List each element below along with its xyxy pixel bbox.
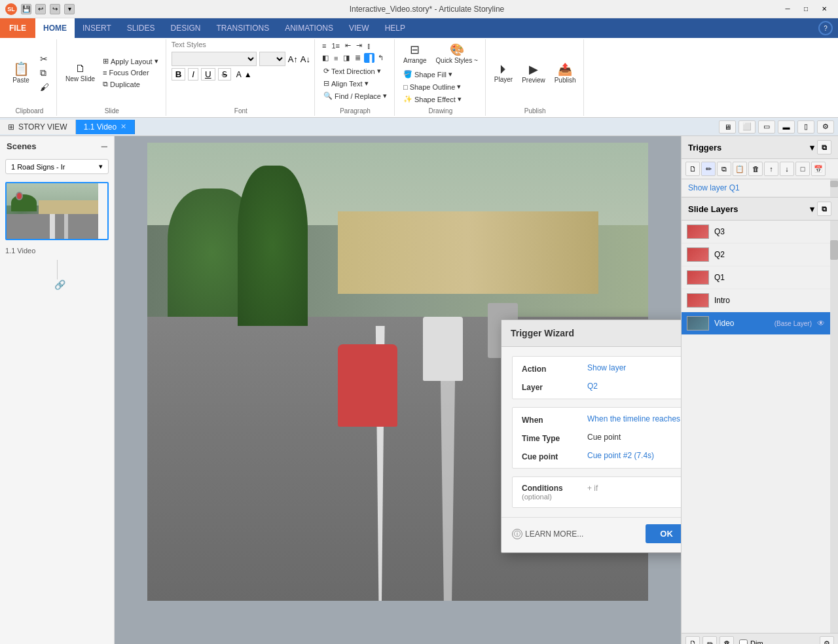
edit-layer-button[interactable]: ✏ — [702, 636, 717, 644]
new-slide-button[interactable]: 🗋 New Slide — [62, 62, 98, 84]
edit-trigger-button[interactable]: ✏ — [701, 162, 716, 176]
dim-checkbox[interactable] — [739, 639, 748, 645]
bold-button[interactable]: B — [172, 68, 186, 80]
tab-design[interactable]: DESIGN — [162, 18, 208, 38]
maximize-button[interactable]: □ — [797, 3, 814, 15]
font-size-select[interactable] — [259, 52, 285, 66]
scenes-collapse-icon[interactable]: ─ — [101, 141, 107, 151]
shape-outline-button[interactable]: □ Shape Outline ▾ — [400, 81, 465, 92]
desktop-view-button[interactable]: 🖥 — [719, 120, 736, 134]
find-replace-button[interactable]: 🔍 Find / Replace ▾ — [320, 90, 390, 101]
slide-tab[interactable]: 1.1 Video ✕ — [76, 120, 136, 134]
wizard-action-value[interactable]: Show layer — [587, 363, 681, 372]
highlight-button[interactable]: ▲ — [244, 70, 252, 79]
paste-button[interactable]: 📋 Paste — [7, 60, 35, 86]
layer-eye-icon[interactable]: 👁 — [817, 319, 825, 328]
phone-portrait-button[interactable]: ▯ — [797, 120, 814, 134]
tab-help[interactable]: HELP — [377, 18, 413, 38]
format-painter-button[interactable]: 🖌 — [37, 80, 52, 94]
copy-button[interactable]: ⧉ — [37, 66, 52, 80]
tab-animations[interactable]: ANIMATIONS — [277, 18, 341, 38]
triggers-popout-button[interactable]: ⧉ — [817, 140, 831, 154]
tab-view[interactable]: VIEW — [341, 18, 377, 38]
wizard-cue-point-value[interactable]: Cue point #2 (7.4s) — [587, 451, 681, 460]
strikethrough-button[interactable]: S̶ — [218, 68, 231, 80]
copy-trigger-button[interactable]: ⧉ — [717, 162, 731, 176]
trigger-item-show-layer-q1[interactable]: Show layer Q1 — [682, 179, 830, 197]
cut-button[interactable]: ✂ ✂ — [37, 52, 52, 65]
font-color-button[interactable]: A — [236, 70, 242, 79]
expand-trigger-button[interactable]: □ — [795, 162, 810, 176]
layer-item-q1[interactable]: Q1 — [682, 266, 830, 289]
underline-button[interactable]: U — [201, 68, 215, 80]
apply-layout-button[interactable]: ⊞ Apply Layout ▾ — [100, 56, 162, 67]
indent-decrease-button[interactable]: ⇤ — [343, 41, 353, 50]
redo-button[interactable]: ↪ — [50, 4, 60, 14]
font-family-select[interactable] — [172, 52, 257, 66]
slide-thumbnail[interactable] — [5, 182, 109, 240]
layer-item-video[interactable]: Video (Base Layer) 👁 — [682, 312, 830, 335]
minimize-button[interactable]: ─ — [779, 3, 796, 15]
focus-order-button[interactable]: ≡ Focus Order — [100, 67, 162, 78]
arrange-button[interactable]: ⊟ Arrange — [400, 41, 430, 66]
tab-slides[interactable]: SLIDES — [119, 18, 163, 38]
layers-scrollbar[interactable] — [830, 221, 838, 633]
quick-styles-button[interactable]: 🎨 Quick Styles ~ — [433, 41, 481, 66]
columns-button[interactable]: ⫿ — [365, 41, 373, 50]
delete-layer-button[interactable]: 🗑 — [720, 636, 734, 644]
text-direction-button[interactable]: ⟳ Text Direction ▾ — [320, 65, 390, 77]
shape-fill-button[interactable]: 🪣 Shape Fill ▾ — [400, 69, 465, 80]
layer-item-q3[interactable]: Q3 — [682, 221, 830, 243]
indent-increase-button[interactable]: ⇥ — [354, 41, 364, 50]
quick-access-button[interactable]: ▾ — [64, 4, 75, 14]
player-button[interactable]: ⏵ Player — [491, 60, 516, 85]
layers-popout-button[interactable]: ⧉ — [817, 202, 831, 216]
save-button[interactable]: 💾 — [21, 4, 31, 14]
close-button[interactable]: ✕ — [816, 3, 833, 15]
bullets-button[interactable]: ≡ — [320, 41, 328, 50]
story-view-tab[interactable]: ⊞ STORY VIEW — [0, 120, 76, 134]
highlight-active-button[interactable]: ▐ — [364, 53, 374, 63]
numbering-button[interactable]: 1≡ — [329, 41, 342, 50]
wizard-when-value[interactable]: When the timeline reaches — [587, 414, 681, 423]
rtl-button[interactable]: ↰ — [376, 53, 386, 63]
triggers-collapse-icon[interactable]: ▾ — [810, 143, 814, 152]
align-center-button[interactable]: ≡ — [332, 53, 340, 63]
move-up-trigger-button[interactable]: ↑ — [764, 162, 778, 176]
learn-more-button[interactable]: ⓘ LEARN MORE... — [512, 529, 583, 539]
tab-transitions[interactable]: TRANSITIONS — [209, 18, 278, 38]
layer-settings-button[interactable]: ⚙ — [820, 636, 834, 644]
wizard-layer-value[interactable]: Q2 — [587, 382, 681, 391]
tab-insert[interactable]: INSERT — [75, 18, 119, 38]
layer-item-intro[interactable]: Intro — [682, 289, 830, 312]
add-layer-button[interactable]: 🗋 — [685, 636, 700, 644]
slide-tab-close[interactable]: ✕ — [120, 122, 126, 131]
tablet-portrait-button[interactable]: ▭ — [758, 120, 775, 134]
justify-button[interactable]: ≣ — [353, 53, 363, 63]
scenes-dropdown[interactable]: 1 Road Signs - Ir ▾ — [5, 159, 109, 174]
slide-link-icon[interactable]: 🔗 — [54, 279, 65, 290]
publish-button[interactable]: 📤 Publish — [551, 60, 579, 86]
ok-button[interactable]: OK — [646, 524, 681, 543]
undo-button[interactable]: ↩ — [35, 4, 46, 14]
align-right-button[interactable]: ◨ — [341, 53, 352, 63]
paste-trigger-button[interactable]: 📋 — [733, 162, 747, 176]
align-left-button[interactable]: ◧ — [320, 53, 331, 63]
layers-collapse-icon[interactable]: ▾ — [810, 204, 814, 214]
shape-effect-button[interactable]: ✨ Shape Effect ▾ — [400, 94, 465, 105]
delete-trigger-button[interactable]: 🗑 — [748, 162, 763, 176]
preview-button[interactable]: ▶ Preview — [519, 60, 549, 86]
move-down-trigger-button[interactable]: ↓ — [780, 162, 794, 176]
tab-home[interactable]: HOME — [35, 18, 75, 38]
decrease-font-size-button[interactable]: A↓ — [301, 54, 310, 64]
settings-button[interactable]: ⚙ — [817, 120, 834, 134]
duplicate-button[interactable]: ⧉ Duplicate — [100, 79, 162, 90]
align-text-button[interactable]: ⊟ Align Text ▾ — [320, 78, 390, 89]
help-icon[interactable]: ? — [818, 21, 833, 35]
increase-font-size-button[interactable]: A↑ — [288, 54, 298, 64]
layer-item-q2[interactable]: Q2 — [682, 243, 830, 266]
tablet-landscape-button[interactable]: ⬜ — [738, 120, 756, 134]
tab-file[interactable]: FILE — [0, 18, 35, 38]
trigger-scrollbar[interactable] — [830, 179, 838, 197]
add-trigger-button[interactable]: 🗋 — [685, 162, 700, 176]
